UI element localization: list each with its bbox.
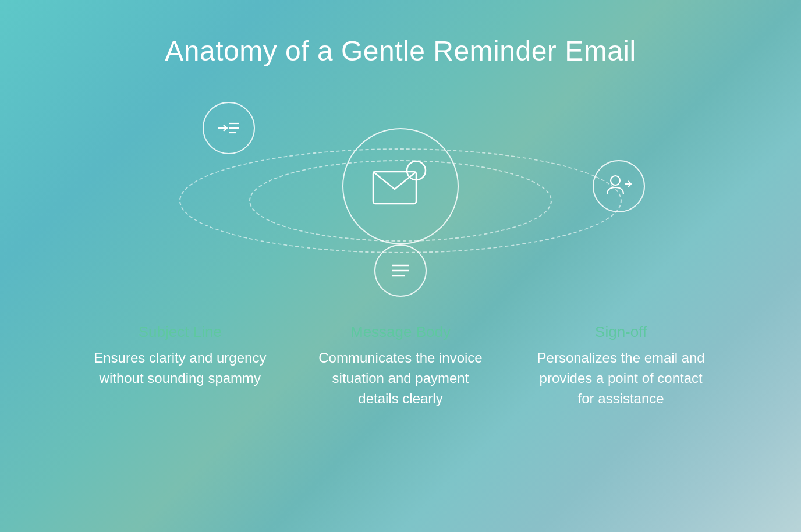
document-arrow-icon: [214, 113, 244, 143]
signoff-circle: [593, 160, 645, 212]
labels-section: Subject Line Ensures clarity and urgency…: [0, 323, 801, 409]
person-arrow-icon: [604, 171, 634, 201]
envelope-notification-icon: [368, 160, 433, 212]
message-circle: [374, 244, 427, 297]
signoff-title: Sign-off: [595, 323, 647, 341]
diagram-area: [139, 90, 662, 311]
message-body-column: Message Body Communicates the invoice si…: [313, 323, 488, 409]
subject-circle: [203, 102, 255, 154]
subject-line-title: Subject Line: [139, 323, 222, 341]
lines-text-icon: [386, 256, 415, 285]
message-body-title: Message Body: [350, 323, 451, 341]
subject-line-description: Ensures clarity and urgency without soun…: [93, 348, 267, 389]
page-title: Anatomy of a Gentle Reminder Email: [165, 35, 636, 67]
signoff-column: Sign-off Personalizes the email and prov…: [534, 323, 708, 409]
signoff-description: Personalizes the email and provides a po…: [534, 348, 708, 409]
page-container: Anatomy of a Gentle Reminder Email: [0, 0, 801, 532]
email-circle: [342, 128, 459, 244]
message-body-description: Communicates the invoice situation and p…: [313, 348, 488, 409]
subject-line-column: Subject Line Ensures clarity and urgency…: [93, 323, 267, 409]
svg-point-9: [611, 176, 620, 185]
